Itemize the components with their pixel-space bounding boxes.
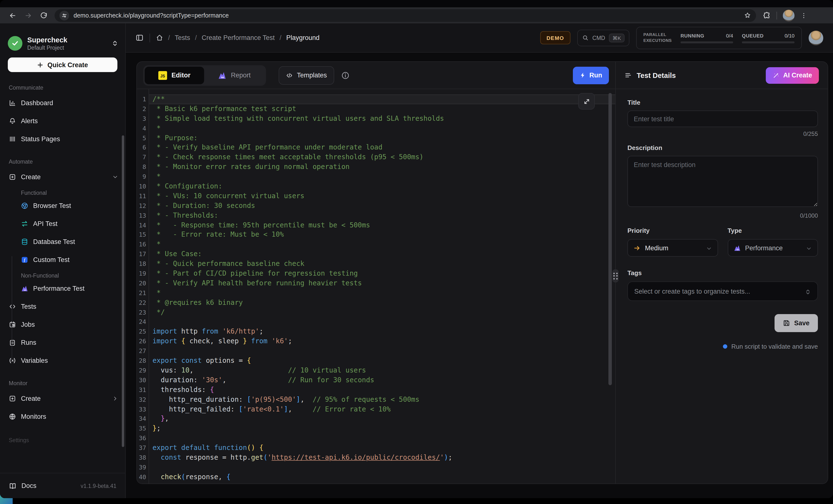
save-button[interactable]: Save: [775, 314, 818, 332]
sidebar-item-performance-test[interactable]: k6Performance Test: [0, 281, 125, 295]
code-line-36[interactable]: 36: [137, 433, 615, 443]
chevrons-up-down-icon[interactable]: [112, 40, 118, 47]
tab-editor[interactable]: JS Editor: [145, 67, 204, 84]
code-line-31[interactable]: 31 thresholds: {: [137, 385, 615, 395]
code-line-19[interactable]: 19 * - Part of CI/CD pipeline for regres…: [137, 269, 615, 279]
extensions-icon[interactable]: [763, 11, 771, 19]
code-editor[interactable]: 1/**2 * Basic k6 performance test script…: [137, 89, 615, 483]
code-line-22[interactable]: 22 * @requires k6 binary: [137, 298, 615, 308]
sidebar-item-database-test[interactable]: Database Test: [0, 234, 125, 249]
forward-icon[interactable]: [24, 11, 32, 19]
url-bar[interactable]: demo.supercheck.io/playground?scriptType…: [54, 9, 756, 22]
code-line-23[interactable]: 23 */: [137, 308, 615, 317]
code-line-21[interactable]: 21 *: [137, 288, 615, 298]
code-line-39[interactable]: 39: [137, 463, 615, 472]
sidebar-item-status-pages[interactable]: Status Pages: [0, 131, 125, 146]
code-line-37[interactable]: 37export default function() {: [137, 443, 615, 453]
running-count: 0/4: [726, 32, 733, 38]
code-line-12[interactable]: 12 * - Duration: 30 seconds: [137, 201, 615, 211]
browser-profile-avatar[interactable]: [783, 9, 794, 21]
back-icon[interactable]: [9, 11, 17, 19]
command-search[interactable]: CMD ⌘K: [577, 29, 629, 46]
sidebar-item-variables[interactable]: Variables: [0, 353, 125, 368]
code-line-27[interactable]: 27: [137, 346, 615, 356]
sidebar-item-create[interactable]: Create: [0, 169, 125, 184]
code-line-9[interactable]: 9 *: [137, 172, 615, 182]
code-line-33[interactable]: 33 http_req_failed: ['rate<0.1'], // Err…: [137, 404, 615, 414]
breadcrumb-create-performance-test[interactable]: Create Performance Test: [202, 34, 275, 41]
code-line-7[interactable]: 7 * - Check response times meet acceptab…: [137, 153, 615, 162]
code-line-17[interactable]: 17 * Use Case:: [137, 249, 615, 259]
run-button[interactable]: Run: [573, 67, 609, 84]
priority-select[interactable]: Medium: [627, 239, 718, 257]
code-line-26[interactable]: 26import { check, sleep } from 'k6';: [137, 337, 615, 346]
panel-resize-handle[interactable]: [612, 269, 619, 283]
code-line-4[interactable]: 4 *: [137, 123, 615, 133]
code-line-10[interactable]: 10 * Configuration:: [137, 182, 615, 191]
code-line-38[interactable]: 38 const response = http.get('https://te…: [137, 453, 615, 463]
code-line-8[interactable]: 8 * - Monitor error rates during normal …: [137, 162, 615, 172]
url-text[interactable]: demo.supercheck.io/playground?scriptType…: [74, 12, 744, 19]
tags-select[interactable]: Select or create tags to organize tests.…: [627, 282, 818, 301]
sidebar-scrollbar[interactable]: [122, 135, 124, 447]
code-line-25[interactable]: 25import http from 'k6/http';: [137, 327, 615, 337]
code-line-29[interactable]: 29 vus: 10, // 10 virtual users: [137, 366, 615, 376]
sidebar-item-api-test[interactable]: API Test: [0, 216, 125, 231]
search-label: CMD: [592, 35, 605, 41]
site-settings-icon[interactable]: [60, 10, 69, 20]
home-icon[interactable]: [156, 34, 163, 41]
templates-button[interactable]: Templates: [278, 66, 334, 85]
code-line-18[interactable]: 18 * - Quick performance baseline check: [137, 259, 615, 269]
code-line-34[interactable]: 34 },: [137, 414, 615, 424]
sidebar-item-alerts[interactable]: Alerts: [0, 114, 125, 128]
tab-report[interactable]: k6 Report: [204, 67, 264, 84]
browser-menu-icon[interactable]: [800, 12, 807, 19]
title-input[interactable]: [627, 111, 818, 127]
reload-icon[interactable]: [40, 11, 48, 19]
code-line-30[interactable]: 30 duration: '30s', // Run for 30 second…: [137, 376, 615, 385]
code-line-35[interactable]: 35};: [137, 424, 615, 434]
code-line-14[interactable]: 14 * - Response time: 95th percentile mu…: [137, 220, 615, 230]
queued-meter: QUEUED 0/10: [742, 32, 794, 43]
code-line-6[interactable]: 6 * - Verify baseline API performance un…: [137, 143, 615, 153]
code-line-1[interactable]: 1/**: [137, 94, 615, 104]
book-icon: [9, 482, 17, 490]
code-line-20[interactable]: 20 * - Verify API health before running …: [137, 279, 615, 288]
sidebar-item-docs[interactable]: Docs: [9, 482, 37, 490]
ai-create-button[interactable]: AI Create: [765, 67, 819, 83]
code-line-13[interactable]: 13 * - Thresholds:: [137, 211, 615, 220]
type-select[interactable]: k6 Performance: [728, 239, 818, 257]
sidebar-item-custom-test[interactable]: fCustom Test: [0, 252, 125, 267]
expand-editor-icon[interactable]: [578, 93, 595, 110]
browser-icon: [21, 202, 28, 209]
sidebar-item-runs[interactable]: Runs: [0, 335, 125, 350]
bookmark-star-icon[interactable]: [744, 12, 751, 19]
sidebar-item-create[interactable]: Create: [0, 391, 125, 406]
sidebar-item-jobs[interactable]: Jobs: [0, 317, 125, 332]
sidebar-footer: Docs v1.1.9-beta.41: [0, 473, 125, 498]
code-line-24[interactable]: 24: [137, 317, 615, 327]
breadcrumb-tests[interactable]: Tests: [175, 34, 190, 41]
description-input[interactable]: [627, 156, 818, 207]
quick-create-button[interactable]: Quick Create: [8, 57, 117, 72]
code-line-40[interactable]: 40 check(response, {: [137, 472, 615, 482]
user-avatar[interactable]: [809, 30, 823, 45]
code-line-32[interactable]: 32 http_req_duration: ['p(95)<500'], // …: [137, 395, 615, 404]
code-line-3[interactable]: 3 * Simple load testing with concurrent …: [137, 114, 615, 124]
code-line-2[interactable]: 2 * Basic k6 performance test script: [137, 104, 615, 114]
editor-scrollbar[interactable]: [609, 93, 612, 385]
sidebar-item-tests[interactable]: Tests: [0, 299, 125, 314]
workspace-switcher[interactable]: Supercheck Default Project: [0, 23, 125, 51]
code-line-16[interactable]: 16 *: [137, 240, 615, 249]
sidebar-item-browser-test[interactable]: Browser Test: [0, 198, 125, 213]
sidebar-toggle-icon[interactable]: [136, 33, 144, 42]
sidebar-item-monitors[interactable]: Monitors: [0, 409, 125, 424]
sidebar-item-dashboard[interactable]: Dashboard: [0, 95, 125, 110]
info-icon[interactable]: [341, 71, 350, 80]
priority-label: Priority: [627, 227, 718, 234]
demo-badge: DEMO: [540, 31, 570, 44]
code-line-5[interactable]: 5 * Purpose:: [137, 133, 615, 143]
code-line-11[interactable]: 11 * - VUs: 10 concurrent virtual users: [137, 191, 615, 201]
code-line-28[interactable]: 28export const options = {: [137, 356, 615, 366]
code-line-15[interactable]: 15 * - Error rate: Must be < 10%: [137, 230, 615, 240]
